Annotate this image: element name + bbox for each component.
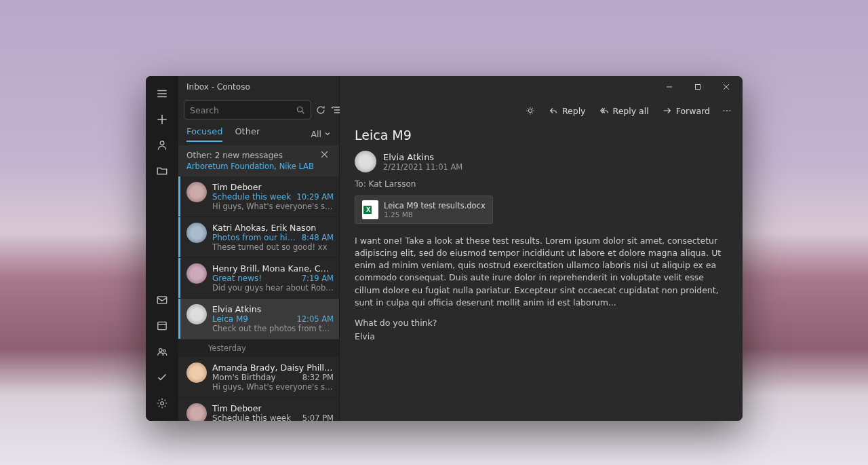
- reading-pane: Reply Reply all Forward Leica M9 Elvia A…: [340, 76, 743, 421]
- search-icon: [296, 105, 305, 115]
- message-from: Amanda Brady, Daisy Phillips: [212, 362, 334, 373]
- more-actions-button[interactable]: [718, 103, 736, 118]
- sender-date: 2/21/2021 11:01 AM: [383, 162, 462, 172]
- svg-point-9: [159, 349, 163, 352]
- excel-file-icon: X: [362, 200, 378, 219]
- forward-button[interactable]: Forward: [657, 103, 715, 119]
- message-preview: Check out the photos from this v: [212, 324, 334, 333]
- avatar: [186, 403, 207, 421]
- svg-rect-6: [157, 297, 167, 303]
- message-item[interactable]: Katri Ahokas, Erik NasonPhotos from our …: [178, 217, 339, 258]
- svg-line-31: [528, 113, 528, 113]
- message-preview: Did you guys hear about Robin's: [212, 283, 334, 293]
- avatar: [186, 304, 207, 324]
- reply-button[interactable]: Reply: [543, 103, 591, 119]
- message-subject: Great news!: [212, 274, 298, 283]
- chevron-down-icon: [324, 130, 331, 137]
- sender-avatar[interactable]: [355, 151, 376, 172]
- toggle-theme-button[interactable]: [520, 103, 540, 118]
- message-time: 8:48 AM: [302, 233, 334, 242]
- message-time: 7:19 AM: [302, 274, 334, 283]
- folders-button[interactable]: [147, 159, 177, 183]
- message-preview: Hi guys, What's everyone's sche: [212, 202, 334, 211]
- attachment-size: 1.25 MB: [384, 210, 486, 219]
- new-mail-button[interactable]: [147, 107, 177, 132]
- svg-point-5: [160, 141, 164, 145]
- mail-app-icon[interactable]: [147, 288, 177, 312]
- svg-point-35: [730, 110, 731, 111]
- mail-content: Leica M9 Elvia Atkins 2/21/2021 11:01 AM…: [340, 124, 743, 365]
- svg-point-10: [163, 350, 166, 352]
- reply-label: Reply: [562, 106, 586, 116]
- other-banner-senders: Arboretum Foundation, Nike LAB: [186, 162, 314, 171]
- message-preview: These turned out so good! xx: [212, 242, 334, 252]
- avatar: [186, 362, 207, 383]
- people-app-icon[interactable]: [147, 339, 177, 364]
- forward-icon: [663, 106, 672, 115]
- window-controls: [340, 76, 743, 98]
- message-from: Henry Brill, Mona Kane, Cecil F: [212, 263, 334, 274]
- svg-line-13: [302, 111, 304, 113]
- avatar: [186, 223, 207, 243]
- list-toolbar: [178, 98, 339, 122]
- svg-line-30: [532, 108, 533, 109]
- maximize-button[interactable]: [684, 77, 711, 96]
- svg-rect-7: [158, 322, 166, 329]
- message-time: 12:05 AM: [296, 314, 334, 324]
- other-banner-title: Other: 2 new messages: [186, 151, 314, 160]
- message-list: Tim DeboerSchedule this week10:29 AMHi g…: [178, 176, 339, 421]
- more-icon: [722, 106, 732, 115]
- svg-point-34: [726, 110, 728, 111]
- filter-label: All: [311, 129, 322, 139]
- message-subject: Photos from our hike on Maple: [212, 233, 298, 242]
- filter-dropdown[interactable]: All: [311, 129, 332, 139]
- svg-point-33: [724, 110, 725, 111]
- message-item[interactable]: Henry Brill, Mona Kane, Cecil FGreat new…: [178, 258, 339, 299]
- mail-subject: Leica M9: [355, 128, 728, 143]
- message-time: 5:07 PM: [302, 413, 334, 421]
- reading-pane-toolbar: Reply Reply all Forward: [340, 98, 743, 124]
- search-input[interactable]: [190, 105, 296, 115]
- message-from: Elvia Atkins: [212, 304, 334, 314]
- message-item[interactable]: Tim DeboerSchedule this week5:07 PMHi gu…: [178, 398, 339, 421]
- tab-other[interactable]: Other: [235, 126, 260, 142]
- message-time: 8:32 PM: [302, 373, 334, 382]
- mail-app-window: Inbox - Contoso Focused Other All: [146, 76, 743, 421]
- accounts-button[interactable]: [147, 133, 177, 157]
- message-list-column: Inbox - Contoso Focused Other All: [178, 76, 340, 421]
- calendar-app-icon[interactable]: [147, 314, 177, 338]
- forward-label: Forward: [676, 106, 710, 116]
- message-from: Tim Deboer: [212, 403, 334, 413]
- reply-icon: [549, 106, 558, 115]
- sender-name: Elvia Atkins: [383, 152, 462, 162]
- attachment-chip[interactable]: X Leica M9 test results.docx 1.25 MB: [355, 196, 493, 224]
- search-box[interactable]: [184, 100, 311, 119]
- close-button[interactable]: [713, 77, 740, 96]
- message-subject: Schedule this week: [212, 413, 298, 421]
- mail-body: I want one! Take a look at these test re…: [355, 235, 728, 343]
- svg-point-23: [528, 109, 532, 112]
- reply-all-icon: [599, 106, 609, 115]
- message-subject: Mom's Birthday: [212, 373, 298, 382]
- reply-all-label: Reply all: [613, 106, 649, 116]
- message-item[interactable]: Elvia AtkinsLeica M912:05 AMCheck out th…: [178, 299, 339, 339]
- attachment-name: Leica M9 test results.docx: [384, 201, 486, 210]
- dismiss-banner-button[interactable]: [317, 151, 331, 160]
- svg-line-28: [528, 108, 528, 109]
- svg-rect-20: [696, 85, 701, 90]
- inbox-tabs: Focused Other All: [178, 122, 339, 145]
- svg-point-12: [297, 107, 302, 111]
- sync-button[interactable]: [315, 100, 326, 119]
- reply-all-button[interactable]: Reply all: [594, 103, 654, 119]
- avatar: [186, 263, 207, 284]
- message-item[interactable]: Amanda Brady, Daisy PhillipsMom's Birthd…: [178, 357, 339, 398]
- message-item[interactable]: Tim DeboerSchedule this week10:29 AMHi g…: [178, 176, 339, 217]
- tab-focused[interactable]: Focused: [186, 126, 222, 142]
- svg-line-29: [532, 113, 533, 113]
- todo-app-icon[interactable]: [147, 365, 177, 390]
- message-time: 10:29 AM: [296, 192, 334, 202]
- hamburger-menu-button[interactable]: [147, 81, 177, 106]
- minimize-button[interactable]: [656, 77, 683, 96]
- other-new-banner[interactable]: Other: 2 new messages Arboretum Foundati…: [178, 145, 339, 176]
- settings-button[interactable]: [147, 391, 177, 415]
